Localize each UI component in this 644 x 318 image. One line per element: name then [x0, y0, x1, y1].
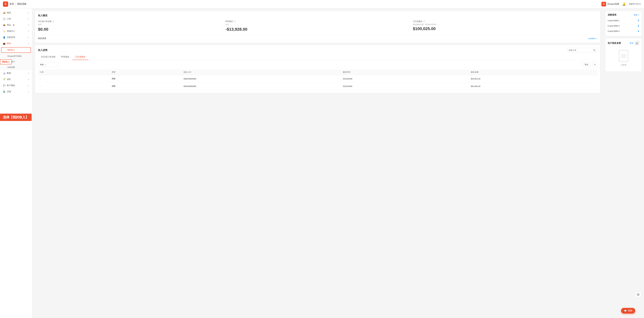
reports-more-link[interactable]: 更多 > [634, 14, 639, 16]
row2-amount: $50,000.00 [469, 83, 597, 90]
sidebar-sub-payment-settings[interactable]: 付款设置 [0, 65, 32, 70]
breadcrumb-home[interactable]: 首页 [9, 3, 14, 6]
sidebar-label-buyer: 买家管理 [7, 36, 15, 39]
sidebar-item-orders[interactable]: 📋 订单 ∨ [0, 16, 32, 22]
filter-icon-button[interactable]: ≡ [593, 62, 597, 67]
col-upcoming-payout: 即将拨款 ? 总共 -$13,928.00 [226, 20, 410, 32]
sidebar-sub-my-income[interactable]: 我的收入 [1, 47, 31, 53]
sidebar-item-buyer-mgmt[interactable]: 👤 买家管理 ∨ [0, 34, 32, 41]
finance-submenu: 我的收入 Shopee官方钱包 收款账户 付款设置 [0, 47, 32, 70]
row1-receiver-id: 899429950085 [182, 75, 341, 83]
sidebar-item-logistics-left: 🚚 物流 [3, 12, 11, 14]
sidebar-item-customer-service[interactable]: 💬 客户服务 ∨ [0, 82, 32, 89]
row1-type: 调整 [110, 75, 182, 83]
tax-invoice-widget-icon[interactable] [635, 41, 639, 46]
sidebar-item-marketing[interactable]: 🏷️ 营销中心 ∨ [0, 28, 32, 34]
cs-chevron: ∨ [28, 84, 29, 86]
row2-receiver-id: 899429950085 [182, 83, 341, 90]
th-payout-amount: 拨款金额 [469, 69, 597, 75]
sidebar-item-products[interactable]: 📦 商品 ∨ [0, 22, 32, 28]
svg-rect-1 [636, 43, 637, 44]
th-payout-time: 拨款时间 [341, 69, 469, 75]
reports-list: 6 April-0085-1 ⬇ 6 April-0085-2 ⬇ 6 Apri… [608, 18, 639, 34]
report-name-2: 6 April-0085-2 [608, 25, 620, 27]
my-income-highlighted-btn[interactable]: 我的收入 [0, 59, 12, 64]
annotation-label: 选择【我的收入】 [0, 114, 32, 121]
report-item-3: 6 April-0085-3 ⬇ [608, 29, 639, 34]
reports-card: 进账报表 更多 > 6 April-0085-1 ⬇ 6 April-0085-… [605, 11, 642, 36]
table-header: 订单 类型 收款人ID 拨款时间 拨款金额 [38, 69, 597, 75]
no-invoice-text: 无发票 [621, 64, 626, 66]
marketing-icon: 🏷️ [3, 30, 6, 32]
sidebar-item-growth[interactable]: 🌱 成长 ∨ [0, 76, 32, 82]
download-icon-3[interactable]: ⬇ [638, 30, 639, 33]
marketing-chevron: ∨ [28, 30, 29, 32]
col3-amount: $100,025.00 [413, 26, 594, 31]
download-icon-2[interactable]: ⬇ [638, 25, 639, 27]
sidebar-label-orders: 订单 [7, 18, 11, 20]
bell-icon[interactable]: 🔔 [622, 2, 626, 6]
sidebar-label-products: 商品 [7, 24, 11, 26]
row2-type: 调整 [110, 83, 182, 90]
table-row: - 调整 899429950085 2023/04/06 $50,000.00 [38, 83, 597, 90]
tax-invoice-card: 电子税务发票 更多 [605, 38, 642, 72]
col1-label: 未完成订单金额 ? [38, 20, 220, 23]
table-row: - 调整 899429950085 2023/04/06 $50,002.00 [38, 75, 597, 83]
orders-icon: 📋 [3, 18, 6, 20]
finance-icon: 💼 [3, 42, 6, 45]
chat-button[interactable]: 💬 聊聊 [621, 308, 635, 313]
tax-invoice-more-link[interactable]: 更多 [630, 42, 634, 44]
sidebar-item-finance[interactable]: 💼 财务 ∧ [0, 41, 32, 47]
sidebar-sub-shopee-wallet[interactable]: Shopee官方钱包 [0, 53, 32, 59]
my-income-btn-label: 我的收入 [2, 61, 10, 63]
payment-channel-label: 收款渠道 [38, 37, 46, 40]
col3-date-label: 最近拨款日期：2023年4月6日 [413, 23, 594, 26]
tab-completed-payout[interactable]: 已完成拨款 [72, 54, 88, 60]
revenue-overview-card: 收入概览 未完成订单金额 ? 总共 $0.00 即将拨款 ? 总共 [35, 11, 600, 43]
select-chevron-icon: ∨ [45, 64, 46, 66]
breadcrumb-current: 我的进账 [17, 3, 26, 6]
col2-sub-label: 总共 [226, 23, 407, 26]
round-select-text: 本轮 [40, 63, 44, 66]
store-chevron: ∨ [28, 91, 29, 93]
lianlian-link[interactable]: Lianlian > [588, 37, 597, 40]
report-item-1: 6 April-0085-1 ⬇ [608, 18, 639, 23]
col1-info-icon[interactable]: ? [52, 20, 54, 23]
col1-amount: $0.00 [38, 27, 220, 32]
sidebar-label-growth: 成长 [7, 78, 11, 81]
col3-info-icon[interactable]: ? [423, 20, 425, 23]
export-button[interactable]: 导出 [582, 62, 591, 67]
seller-info: S Shopee卖家 [602, 2, 619, 7]
svg-rect-0 [636, 43, 636, 44]
header: S 首页 > 我的进账 S Shopee卖家 🔔 卖家学习中心 [0, 0, 644, 8]
income-details-card: 收入进情 🔍 未完成订单金额 即将拨款 已完成拨款 本 [35, 45, 600, 93]
income-title: 收入进情 [38, 49, 48, 52]
tab-incomplete-orders[interactable]: 未完成订单金额 [38, 54, 58, 60]
main-layout: 🚚 物流 ∨ 📋 订单 ∨ 📦 商品 ∨ 🏷️ 营销中心 [0, 8, 644, 318]
row2-order: - [38, 83, 110, 90]
scroll-tool[interactable] [635, 292, 641, 297]
row1-order: - [38, 75, 110, 83]
data-chevron: ∨ [28, 72, 29, 74]
col2-info-icon[interactable]: ? [234, 20, 236, 23]
search-input[interactable] [569, 49, 592, 51]
tab-upcoming-payout[interactable]: 即将拨款 [58, 54, 72, 60]
sidebar-item-store[interactable]: 🏪 店铺 ∨ [0, 89, 32, 95]
buyer-chevron: ∨ [28, 36, 29, 38]
search-box[interactable]: 🔍 [567, 48, 597, 52]
sidebar-item-logistics[interactable]: 🚚 物流 ∨ [0, 10, 32, 16]
download-icon-1[interactable]: ⬇ [638, 19, 639, 22]
shopee-home-logo[interactable]: S [3, 2, 8, 7]
reports-title: 进账报表 [608, 14, 616, 16]
report-name-3: 6 April-0085-3 [608, 30, 620, 32]
round-select[interactable]: 本轮 ∨ [38, 62, 58, 67]
sidebar-label-store: 店铺 [7, 90, 11, 93]
learn-center-link[interactable]: 卖家学习中心 [629, 3, 641, 6]
col2-amount: -$13,928.00 [226, 27, 407, 32]
data-icon: 📊 [3, 72, 6, 74]
income-tabs: 未完成订单金额 即将拨款 已完成拨款 [38, 54, 597, 60]
sidebar-item-data[interactable]: 📊 数据 ∨ [0, 70, 32, 76]
logistics-icon: 🚚 [3, 12, 6, 14]
chat-label: 聊聊 [628, 309, 632, 312]
col-completed-payout: 已完成拨款 ? 最近拨款日期：2023年4月6日 $100,025.00 [413, 20, 597, 32]
